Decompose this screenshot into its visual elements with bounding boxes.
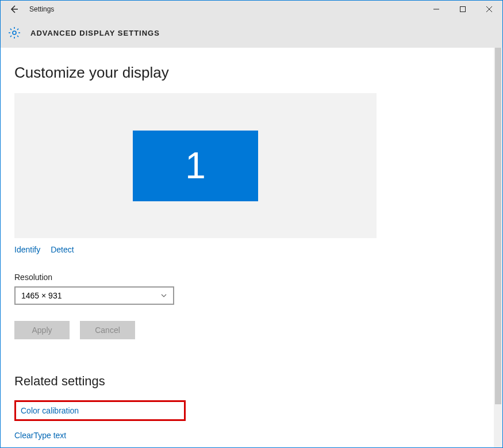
settings-window: Settings ADVANCED DISPLAY SETTINGS Cus bbox=[0, 0, 503, 448]
cleartype-link[interactable]: ClearType text bbox=[14, 431, 66, 440]
back-button[interactable] bbox=[5, 1, 22, 18]
apply-button: Apply bbox=[14, 321, 70, 339]
related-heading: Related settings bbox=[14, 374, 494, 389]
svg-rect-0 bbox=[460, 7, 466, 12]
monitor-tile[interactable]: 1 bbox=[133, 131, 258, 201]
resolution-dropdown[interactable]: 1465 × 931 bbox=[14, 286, 174, 305]
color-calibration-link[interactable]: Color calibration bbox=[21, 406, 79, 415]
minimize-button[interactable] bbox=[423, 1, 450, 18]
gear-icon bbox=[7, 26, 21, 40]
titlebar: Settings bbox=[1, 1, 502, 18]
close-button[interactable] bbox=[476, 1, 502, 18]
content-area: Customize your display 1 Identify Detect… bbox=[1, 48, 494, 447]
identify-link[interactable]: Identify bbox=[14, 245, 40, 254]
customize-heading: Customize your display bbox=[14, 64, 494, 82]
page-heading: ADVANCED DISPLAY SETTINGS bbox=[30, 29, 160, 37]
window-controls bbox=[423, 1, 502, 18]
resolution-value: 1465 × 931 bbox=[21, 291, 62, 300]
scrollbar-thumb[interactable] bbox=[495, 48, 501, 404]
monitor-number: 1 bbox=[185, 144, 206, 187]
display-preview[interactable]: 1 bbox=[14, 93, 377, 238]
cancel-button: Cancel bbox=[80, 321, 135, 339]
scrollbar[interactable] bbox=[494, 48, 502, 447]
window-title: Settings bbox=[29, 5, 54, 13]
detect-link[interactable]: Detect bbox=[51, 245, 74, 254]
header-band: ADVANCED DISPLAY SETTINGS bbox=[1, 18, 502, 48]
chevron-down-icon bbox=[160, 292, 167, 299]
resolution-label: Resolution bbox=[14, 273, 494, 282]
svg-point-1 bbox=[13, 31, 16, 35]
highlight-annotation: Color calibration bbox=[14, 400, 186, 421]
maximize-button[interactable] bbox=[450, 1, 476, 18]
